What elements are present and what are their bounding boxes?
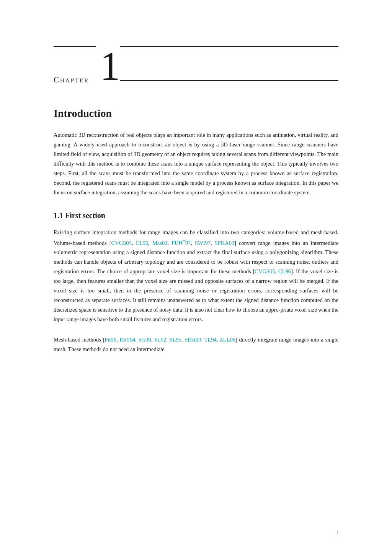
section1-paragraph1: Existing surface integration methods for… [54,228,338,324]
cite-tl94[interactable]: TL94 [204,337,217,343]
section1-p2-links: Pit96, RST94, SG00, SL92, SL95, SDA00, T… [105,337,235,343]
chapter-right-top-rule [120,46,338,47]
cite-cvgs05[interactable]: CVGS05 [111,240,132,246]
section1-p2-pre: Mesh-based methods [ [54,337,105,343]
cite-sl95[interactable]: SL95 [169,337,181,343]
cite-pdh97[interactable]: PDH+97 [172,240,191,246]
section1-p1-links2: CVGS05, CL96 [255,268,291,274]
chapter-label: Chapter [54,70,89,86]
section1-p1-links1: CVGS05, CL96, Mas02, PDH+97, SWI97, SPKA… [111,240,235,246]
chapter-number: 1 [96,46,120,86]
chapter-top-rule [54,46,96,47]
cite-rst94[interactable]: RST94 [119,337,135,343]
chapter-header: Chapter 1 [54,46,338,86]
section1-paragraph2: Mesh-based methods [Pit96, RST94, SG00, … [54,335,338,354]
cite-sl92[interactable]: SL92 [154,337,166,343]
page-number: 1 [336,530,338,536]
page: Chapter 1 Introduction Automatic 3D reco… [0,0,392,555]
section-1-1-heading: 1.1 First section [54,211,338,220]
intro-paragraph: Automatic 3D reconstruction of real obje… [54,130,338,197]
cite-cvgs05-2[interactable]: CVGS05 [255,268,275,274]
chapter-label-area: Chapter [54,46,96,86]
section1-p1-post: ]. If the voxel size is too large, then … [54,268,338,322]
chapter-rule-box [120,46,338,86]
cite-mas02[interactable]: Mas02 [152,240,167,246]
cite-cl96[interactable]: CL96 [136,240,148,246]
cite-pit96[interactable]: Pit96 [105,337,116,343]
introduction-heading: Introduction [54,107,338,120]
cite-spka03[interactable]: SPKA03 [215,240,235,246]
cite-sg00[interactable]: SG00 [138,337,151,343]
cite-cl96-2[interactable]: CL96 [278,268,291,274]
cite-swi97[interactable]: SWI97 [195,240,211,246]
chapter-right-bottom-rule [120,80,338,81]
cite-zll06[interactable]: ZLL06 [220,337,235,343]
cite-sda00[interactable]: SDA00 [185,337,201,343]
